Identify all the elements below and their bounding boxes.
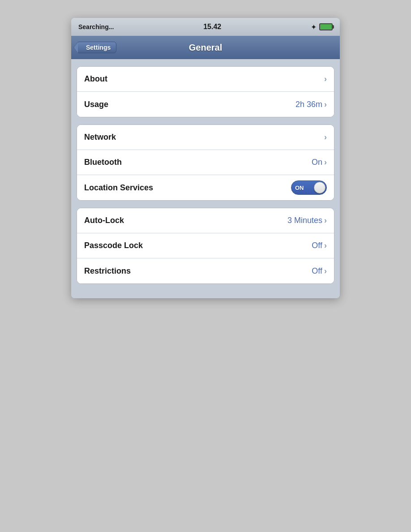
- usage-row[interactable]: Usage 2h 36m ›: [77, 92, 334, 117]
- bluetooth-right: On ›: [312, 158, 327, 167]
- restrictions-chevron: ›: [324, 266, 327, 276]
- bluetooth-chevron: ›: [324, 158, 327, 167]
- restrictions-row[interactable]: Restrictions Off ›: [77, 258, 334, 283]
- location-services-row[interactable]: Location Services ON: [77, 175, 334, 200]
- toggle-thumb: [314, 182, 325, 193]
- about-chevron: ›: [324, 74, 327, 84]
- passcode-lock-value: Off: [312, 241, 322, 250]
- signal-status: Searching...: [78, 23, 114, 30]
- phone-frame: Searching... 15.42 ✦ Settings General Ab…: [71, 18, 340, 298]
- bluetooth-icon: ✦: [311, 23, 317, 31]
- network-right: ›: [324, 133, 327, 142]
- back-button[interactable]: Settings: [77, 42, 116, 53]
- page-title: General: [189, 43, 222, 53]
- section-2: Network › Bluetooth On › Location Servic…: [77, 124, 334, 201]
- auto-lock-right: 3 Minutes ›: [287, 216, 327, 225]
- status-right-icons: ✦: [311, 23, 333, 31]
- usage-right: 2h 36m ›: [295, 100, 327, 109]
- nav-bar: Settings General: [71, 36, 340, 59]
- section-1: About › Usage 2h 36m ›: [77, 66, 334, 117]
- auto-lock-value: 3 Minutes: [287, 216, 322, 225]
- auto-lock-chevron: ›: [324, 216, 327, 225]
- restrictions-value: Off: [312, 266, 322, 276]
- battery-icon: [319, 23, 333, 30]
- network-row[interactable]: Network ›: [77, 125, 334, 150]
- passcode-lock-label: Passcode Lock: [84, 241, 143, 250]
- passcode-lock-right: Off ›: [312, 241, 327, 250]
- section-3: Auto-Lock 3 Minutes › Passcode Lock Off …: [77, 208, 334, 284]
- network-chevron: ›: [324, 133, 327, 142]
- bluetooth-label: Bluetooth: [84, 158, 122, 167]
- time-display: 15.42: [203, 23, 221, 31]
- restrictions-right: Off ›: [312, 266, 327, 276]
- content-area: About › Usage 2h 36m › Network ›: [71, 59, 340, 298]
- usage-label: Usage: [84, 100, 108, 109]
- status-bar: Searching... 15.42 ✦: [71, 18, 340, 36]
- about-row[interactable]: About ›: [77, 67, 334, 92]
- network-label: Network: [84, 133, 116, 142]
- location-services-label: Location Services: [84, 183, 153, 193]
- usage-chevron: ›: [324, 100, 327, 109]
- auto-lock-row[interactable]: Auto-Lock 3 Minutes ›: [77, 208, 334, 233]
- toggle-on-label: ON: [295, 184, 304, 191]
- bluetooth-value: On: [312, 158, 322, 167]
- location-services-toggle[interactable]: ON: [291, 180, 327, 195]
- auto-lock-label: Auto-Lock: [84, 216, 124, 225]
- about-label: About: [84, 74, 107, 84]
- usage-value: 2h 36m: [295, 100, 322, 109]
- location-services-toggle-container: ON: [291, 180, 327, 195]
- passcode-lock-row[interactable]: Passcode Lock Off ›: [77, 233, 334, 258]
- about-right: ›: [324, 74, 327, 84]
- bluetooth-row[interactable]: Bluetooth On ›: [77, 150, 334, 175]
- restrictions-label: Restrictions: [84, 266, 131, 276]
- passcode-lock-chevron: ›: [324, 241, 327, 250]
